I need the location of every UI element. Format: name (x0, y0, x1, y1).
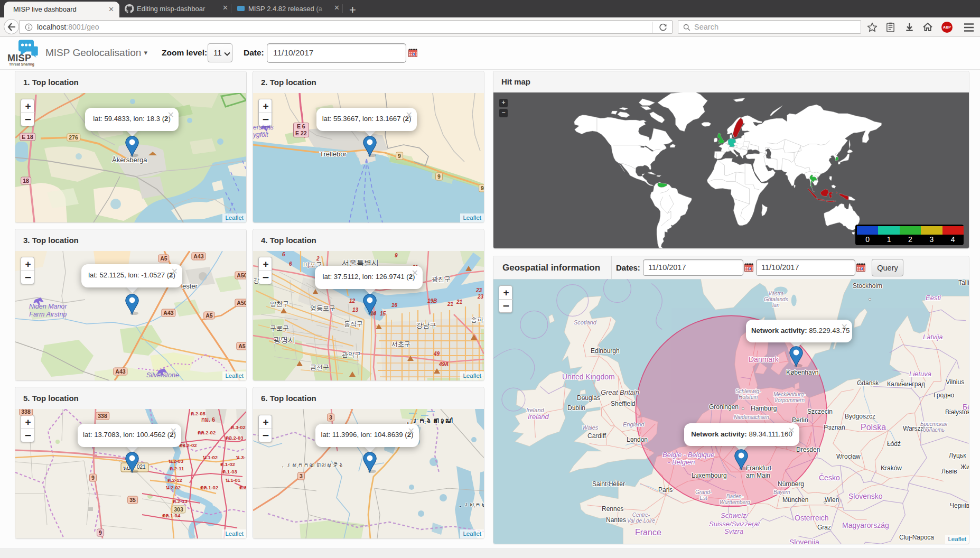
svg-text:กม. 6: กม. 6 (201, 416, 215, 423)
svg-text:ตค.2-02: ตค.2-02 (198, 430, 216, 435)
svg-text:ตค.1-04: ตค.1-04 (162, 513, 181, 518)
svg-text:9: 9 (395, 253, 398, 258)
svg-text:15: 15 (380, 311, 386, 317)
svg-text:16: 16 (391, 302, 398, 308)
svg-text:MISP: MISP (7, 53, 31, 63)
svg-text:ตอ.2-02: ตอ.2-02 (179, 442, 197, 448)
svg-text:ต.1-03: ต.1-03 (222, 469, 237, 475)
svg-text:ต.3-02: ต.3-02 (231, 424, 246, 430)
svg-text:6: 6 (282, 252, 285, 257)
svg-text:น.3-: น.3- (236, 454, 246, 460)
svg-text:Threat Sharing: Threat Sharing (9, 62, 34, 67)
svg-text:21: 21 (447, 301, 454, 307)
svg-text:ต.2-13: ต.2-13 (173, 498, 188, 504)
svg-text:23: 23 (475, 287, 482, 293)
svg-text:น.2-03: น.2-03 (169, 458, 183, 464)
svg-text:ต.3-04: ต.3-04 (239, 485, 246, 490)
svg-text:ต.2-08: ต.2-08 (191, 411, 206, 416)
svg-text:ต.2-11: ต.2-11 (170, 466, 184, 471)
svg-text:49: 49 (433, 351, 440, 357)
svg-text:19B: 19B (427, 298, 437, 304)
svg-text:ตค.1-02: ตค.1-02 (200, 485, 218, 490)
svg-text:6: 6 (289, 261, 292, 267)
svg-text:13: 13 (352, 307, 359, 313)
svg-text:ต.2-12: ต.2-12 (167, 477, 182, 483)
svg-text:12: 12 (349, 298, 356, 304)
svg-text:น.2-02: น.2-02 (166, 485, 181, 490)
svg-text:น.1-01: น.1-01 (226, 477, 241, 483)
svg-text:น.1-02: น.1-02 (203, 454, 218, 460)
svg-text:ตอ.2-03: ตอ.2-03 (226, 435, 244, 441)
svg-text:21: 21 (456, 299, 463, 305)
svg-text:ต.1-02: ต.1-02 (220, 461, 235, 467)
svg-text:49A: 49A (438, 361, 449, 367)
svg-text:23: 23 (477, 294, 484, 300)
